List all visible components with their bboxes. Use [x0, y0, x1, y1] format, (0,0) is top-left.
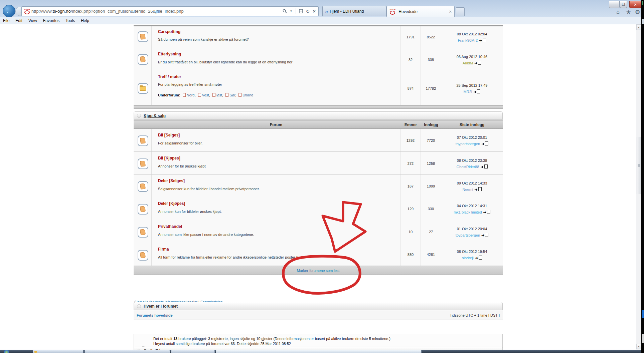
forum-link[interactable]: Firma	[158, 247, 169, 252]
ts-ogn-favicon-icon: TSOGN	[389, 9, 395, 14]
menu-view[interactable]: View	[25, 18, 40, 23]
start-button[interactable]	[4, 350, 9, 353]
forum-row-deler-selges[interactable]: Deler [Selges] Salgsannonser kun for bil…	[134, 175, 503, 197]
section-toggle-icon[interactable]	[137, 304, 141, 308]
close-button[interactable]: ×	[629, 1, 641, 8]
last-post-user-link[interactable]: GhostRider88	[456, 165, 479, 169]
maximize-button[interactable]: ❐	[620, 1, 627, 8]
url-text[interactable]: http://www.ts-ogn.no/index.php?option=co…	[31, 9, 184, 14]
forum-row-treff-moter[interactable]: Treff / møter For planlegging av treff e…	[134, 71, 503, 105]
section-footer-bar	[134, 105, 503, 109]
forum-icon	[138, 181, 148, 192]
goto-last-post-icon[interactable]	[485, 141, 488, 145]
scroll-down-button[interactable]: ▼	[636, 344, 641, 349]
board-index-link[interactable]: Forumets hovedside	[137, 313, 173, 317]
last-post-user-link[interactable]: MR2i	[464, 90, 472, 94]
subforum-link-nord[interactable]: Nord	[187, 93, 195, 97]
subforum-link-sor[interactable]: Sør	[229, 93, 235, 97]
tab-hjem-edh-utland[interactable]: e Hjem - EDH Utland	[322, 6, 386, 16]
forum-description: For planlegging av treff eller små møter	[158, 82, 222, 86]
goto-last-post-icon[interactable]	[477, 89, 480, 93]
forum-row-carspotting[interactable]: Carspotting Så du noen på veien som kans…	[134, 26, 503, 48]
address-bar[interactable]: TSOGN http://www.ts-ogn.no/index.php?opt…	[21, 6, 319, 16]
tab-hovedside[interactable]: TSOGN - Hovedside ×	[386, 6, 455, 17]
scrollbar-thumb[interactable]	[637, 137, 642, 194]
settings-gear-icon[interactable]: ⚙	[635, 9, 640, 16]
forum-row-bil-kjopes[interactable]: Bil [Kjøpes] Annonser for bil ønskes kjø…	[134, 152, 503, 175]
forum-link[interactable]: Bil [Kjøpes]	[158, 156, 180, 160]
taskbar-button-2[interactable]	[85, 350, 170, 353]
subforum-link-ost[interactable]: Øst	[216, 93, 222, 97]
menu-favorites[interactable]: Favorites	[40, 18, 62, 23]
forum-row-privathandel[interactable]: Privathandel Annonser som ikke passer i …	[134, 220, 503, 243]
subforum-link-utland[interactable]: Utland	[243, 93, 253, 97]
stop-icon[interactable]: ×	[313, 9, 316, 14]
section-toggle-icon[interactable]	[137, 114, 141, 118]
scroll-up-button[interactable]: ▲	[636, 24, 641, 30]
vertical-scrollbar[interactable]: ▲ ▼	[636, 24, 641, 350]
forum-row-firma[interactable]: Firma All form for reklame fra firma ell…	[134, 243, 503, 266]
last-post-date: 08 Okt 2012 19:54	[441, 250, 503, 254]
forum-row-deler-kjopes[interactable]: Deler [Kjøpes] Annonser kun for bildeler…	[134, 197, 503, 220]
favorites-star-icon[interactable]: ★	[626, 9, 631, 16]
goto-last-post-icon[interactable]	[478, 61, 481, 65]
goto-last-post-icon[interactable]	[484, 164, 488, 168]
scroll-down-icon: ▼	[638, 345, 640, 348]
forum-link[interactable]: Treff / møter	[158, 74, 181, 79]
search-icon[interactable]	[283, 9, 287, 13]
section-title-link[interactable]: Kjøp & salg	[144, 113, 166, 118]
last-post-date: 06 Aug 2012 10:46	[441, 55, 503, 59]
topics-count: 32	[400, 58, 421, 62]
compatibility-view-icon[interactable]	[299, 9, 303, 13]
taskbar-button-3[interactable]	[171, 350, 215, 353]
last-post-user-link[interactable]: mk1 black limited	[454, 210, 482, 214]
tab-title: Hjem - EDH Utland	[330, 9, 364, 14]
tab-title: - Hovedside	[396, 9, 418, 14]
last-post-user-link[interactable]: ArildM	[463, 61, 473, 65]
forum-row-bil-selges[interactable]: Bil [Selges] For salgsannonser for biler…	[134, 129, 503, 152]
forum-link[interactable]: Deler [Kjøpes]	[158, 201, 185, 206]
column-header-forum: Forum	[152, 122, 400, 127]
forum-link[interactable]: Carspotting	[158, 29, 180, 34]
taskbar-button-4[interactable]	[216, 350, 422, 353]
last-post-user-link[interactable]: sindrejl	[462, 256, 474, 260]
menu-help[interactable]: Help	[78, 18, 92, 23]
goto-last-post-icon[interactable]	[478, 187, 482, 191]
refresh-icon[interactable]: ↻	[306, 9, 310, 14]
last-post-user-link[interactable]: toypartsbergen	[456, 233, 480, 237]
back-button[interactable]: ←	[3, 5, 15, 17]
posts-count: 7720	[421, 138, 441, 142]
forum-link[interactable]: Bil [Selges]	[158, 133, 180, 137]
last-post-user-link[interactable]: toypartsbergen	[456, 142, 480, 146]
topics-count: 1791	[400, 35, 421, 39]
goto-last-post-icon[interactable]	[487, 210, 490, 214]
topics-count: 874	[400, 86, 421, 90]
last-post-date: 25 Sep 2012 17:49	[441, 83, 503, 87]
mark-forums-read-link[interactable]: Marker forumene som lest	[297, 269, 340, 273]
forum-link[interactable]: Privathandel	[158, 224, 182, 229]
search-dropdown-icon[interactable]: ▼	[290, 10, 293, 13]
home-icon[interactable]: ⌂	[616, 9, 620, 15]
menu-tools[interactable]: Tools	[62, 18, 78, 23]
forum-description: Salgsannonser kun for bildeler i handel …	[158, 187, 260, 191]
menu-edit[interactable]: Edit	[12, 18, 25, 23]
goto-last-post-icon[interactable]	[479, 256, 482, 260]
goto-last-post-icon[interactable]	[483, 38, 486, 42]
last-post-user-link[interactable]: Neemi	[462, 188, 473, 192]
section-title-link[interactable]: Hvem er i forumet	[144, 304, 178, 309]
goto-last-post-icon[interactable]	[485, 233, 488, 237]
new-tab-button[interactable]	[456, 7, 465, 16]
taskbar-button-1[interactable]	[33, 350, 84, 353]
section-header-hvem-er-i-forumet: Hvem er i forumet	[134, 302, 503, 310]
forum-icon	[138, 204, 148, 215]
minimize-button[interactable]: —	[609, 1, 620, 8]
table-header-row: Forum Emner Innlegg Siste innlegg	[134, 120, 503, 129]
forum-link[interactable]: Deler [Selges]	[158, 179, 185, 183]
last-post-user-link[interactable]: Frank90Mr2	[458, 38, 478, 42]
table-footer-bar: Marker forumene som lest	[134, 266, 503, 275]
forum-row-etterlysning[interactable]: Etterlysning Er du blitt frastålet en bi…	[134, 48, 503, 71]
forum-link[interactable]: Etterlysning	[158, 52, 181, 56]
menu-file[interactable]: File	[0, 18, 12, 23]
tab-close-icon[interactable]: ×	[449, 9, 452, 14]
subforum-link-vest[interactable]: Vest	[202, 93, 209, 97]
